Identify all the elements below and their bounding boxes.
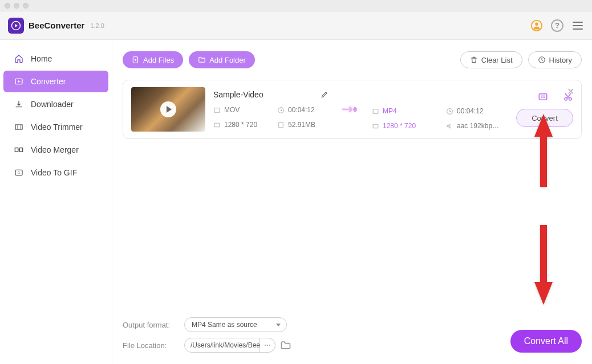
format-icon xyxy=(213,107,221,114)
file-plus-icon xyxy=(132,56,140,64)
sidebar-item-converter[interactable]: Converter xyxy=(3,71,108,92)
target-format[interactable]: MP4 xyxy=(383,107,397,115)
annotation-arrow xyxy=(533,114,554,188)
svg-marker-23 xyxy=(534,225,553,305)
app-logo xyxy=(8,18,24,34)
open-folder-icon[interactable] xyxy=(280,340,291,351)
merger-icon xyxy=(14,145,24,155)
svg-rect-19 xyxy=(539,94,547,100)
conversion-arrow-icon xyxy=(341,104,359,115)
target-resolution[interactable]: 1280 * 720 xyxy=(383,122,416,130)
clock-icon xyxy=(277,107,285,114)
clock-icon xyxy=(446,108,453,115)
gif-icon: G xyxy=(14,167,24,178)
svg-marker-22 xyxy=(534,114,553,187)
annotation-arrow xyxy=(533,225,554,305)
history-label: History xyxy=(549,56,572,64)
history-icon xyxy=(538,56,546,64)
help-icon[interactable]: ? xyxy=(551,19,563,32)
file-card: Sample-Video MOV 00:04:12 1280 * 720 52.… xyxy=(123,80,582,139)
sidebar-item-merger[interactable]: Video Merger xyxy=(3,139,108,161)
file-location-field[interactable]: /Users/link/Movies/BeeC ⋯ xyxy=(184,338,275,353)
source-duration: 00:04:12 xyxy=(288,106,315,114)
menu-icon[interactable] xyxy=(571,19,584,32)
svg-marker-5 xyxy=(18,80,21,83)
svg-rect-12 xyxy=(214,108,220,112)
sidebar-item-label: Converter xyxy=(31,77,66,86)
toolbar: Add Files Add Folder Clear List History xyxy=(123,51,582,68)
file-location-label: File Location: xyxy=(123,341,174,350)
window-titlebar xyxy=(0,0,592,11)
clear-list-label: Clear List xyxy=(481,56,513,64)
source-size: 52.91MB xyxy=(288,121,315,129)
trash-icon xyxy=(470,56,478,64)
resolution-icon xyxy=(372,122,379,130)
convert-all-button[interactable]: Convert All xyxy=(510,330,582,353)
svg-rect-8 xyxy=(19,148,22,152)
add-files-label: Add Files xyxy=(143,56,174,64)
svg-rect-16 xyxy=(373,109,378,113)
main-content: Add Files Add Folder Clear List History xyxy=(112,40,592,364)
sidebar-item-gif[interactable]: G Video To GIF xyxy=(3,162,108,183)
app-name: BeeConverter xyxy=(29,21,84,30)
folder-plus-icon xyxy=(198,56,206,64)
svg-rect-15 xyxy=(279,122,283,128)
sidebar-item-label: Downloader xyxy=(31,100,74,109)
add-folder-label: Add Folder xyxy=(209,56,246,64)
traffic-light-close[interactable] xyxy=(5,3,10,9)
svg-rect-7 xyxy=(15,148,18,152)
video-thumbnail[interactable] xyxy=(131,87,205,132)
close-icon[interactable]: ✕ xyxy=(567,86,574,97)
subtitle-icon[interactable] xyxy=(538,92,548,102)
sidebar-item-label: Video Trimmer xyxy=(31,122,83,132)
app-header: BeeConverter 1.2.0 ? xyxy=(0,11,592,40)
add-folder-button[interactable]: Add Folder xyxy=(189,51,255,68)
history-button[interactable]: History xyxy=(528,51,582,68)
file-name: Sample-Video xyxy=(213,90,263,99)
target-audio: aac 192kbp… xyxy=(457,122,499,130)
footer: Output format: MP4 Same as source File L… xyxy=(123,317,582,353)
format-icon xyxy=(372,108,379,115)
play-icon xyxy=(160,101,176,117)
svg-marker-1 xyxy=(15,24,18,27)
sidebar-item-downloader[interactable]: Downloader xyxy=(3,93,108,115)
clear-list-button[interactable]: Clear List xyxy=(460,51,522,68)
source-resolution: 1280 * 720 xyxy=(224,121,257,129)
sidebar-item-trimmer[interactable]: Video Trimmer xyxy=(3,116,108,138)
svg-rect-6 xyxy=(15,125,22,129)
sidebar-item-label: Video To GIF xyxy=(31,168,77,177)
traffic-light-minimize[interactable] xyxy=(14,3,19,9)
sidebar-item-label: Home xyxy=(31,54,52,63)
add-files-button[interactable]: Add Files xyxy=(123,51,183,68)
converter-icon xyxy=(14,76,24,87)
audio-icon xyxy=(446,122,453,130)
svg-rect-14 xyxy=(214,123,220,127)
source-format: MOV xyxy=(224,106,240,114)
svg-rect-18 xyxy=(373,124,378,128)
home-icon xyxy=(14,54,24,64)
more-icon[interactable]: ⋯ xyxy=(259,338,275,353)
user-icon[interactable] xyxy=(530,19,543,32)
download-icon xyxy=(14,99,24,109)
app-version: 1.2.0 xyxy=(90,22,104,29)
output-format-select[interactable]: MP4 Same as source xyxy=(184,317,287,332)
edit-name-icon[interactable] xyxy=(321,91,329,99)
sidebar-item-home[interactable]: Home xyxy=(3,48,108,69)
trimmer-icon xyxy=(14,122,24,132)
output-format-label: Output format: xyxy=(123,321,174,329)
size-icon xyxy=(277,121,285,129)
traffic-light-zoom[interactable] xyxy=(23,3,29,9)
sidebar: Home Converter Downloader Video Trimmer … xyxy=(0,40,112,364)
sidebar-item-label: Video Merger xyxy=(31,145,79,154)
svg-point-3 xyxy=(535,22,538,26)
svg-text:G: G xyxy=(18,171,20,174)
target-duration: 00:04:12 xyxy=(457,107,484,115)
resolution-icon xyxy=(213,121,221,129)
